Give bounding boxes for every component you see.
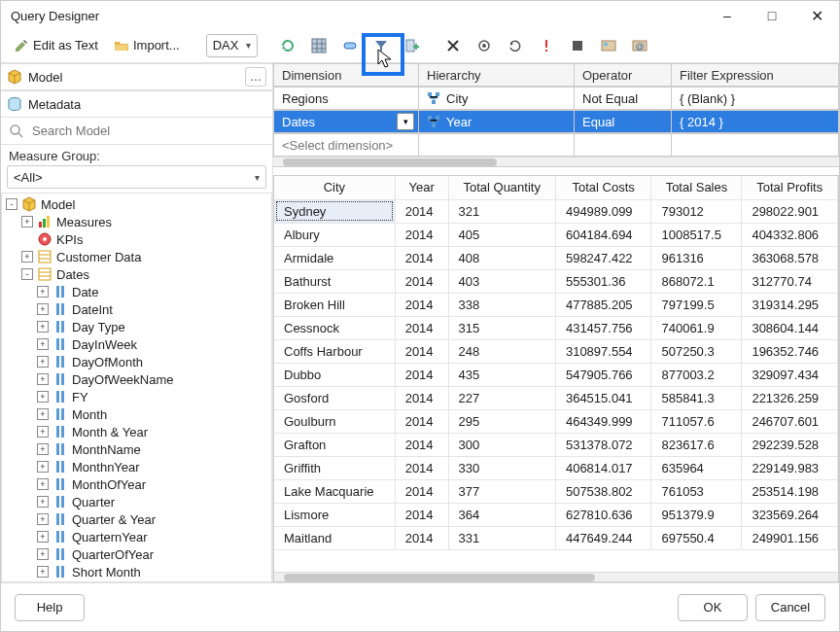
data-column-header[interactable]: Total Quantity	[448, 176, 555, 199]
toolbar-add-member-button[interactable]	[400, 35, 425, 56]
expand-icon[interactable]: +	[37, 321, 49, 333]
tree-date-column[interactable]: +DayOfMonth	[2, 353, 271, 370]
tree-kpis[interactable]: KPIs	[2, 230, 271, 248]
expand-icon[interactable]: +	[37, 373, 49, 385]
table-row[interactable]: Armidale2014408598247.422961316363068.57…	[274, 246, 838, 269]
expand-icon[interactable]: +	[37, 461, 49, 473]
tree-customer-data[interactable]: +Customer Data	[2, 248, 271, 265]
filter-row[interactable]: Regions City Not Equal { (Blank) }	[273, 87, 839, 110]
tree-date-column[interactable]: +Day Type	[2, 318, 271, 335]
table-row[interactable]: Cessnock2014315431457.756740061.9308604.…	[274, 316, 838, 339]
table-row[interactable]: Broken Hill2014338477885.205797199.53193…	[274, 293, 838, 316]
table-row[interactable]: Grafton2014300531378.072823617.6292239.5…	[274, 433, 838, 456]
expand-icon[interactable]: +	[37, 303, 49, 315]
import-button[interactable]: Import...	[109, 35, 185, 56]
edit-as-text-button[interactable]: Edit as Text	[9, 35, 103, 56]
filter-dimension-cell[interactable]: Dates ▾	[273, 110, 419, 133]
tree-date-column[interactable]: +FY	[2, 388, 271, 405]
expand-icon[interactable]: +	[37, 443, 49, 455]
toolbar-delete-button[interactable]	[440, 35, 466, 56]
expand-icon[interactable]: +	[37, 548, 49, 560]
data-column-header[interactable]: Total Costs	[555, 176, 651, 199]
tree-date-column[interactable]: +Quarter & Year	[2, 510, 271, 528]
filter-operator-cell[interactable]: Equal	[575, 110, 672, 133]
data-column-header[interactable]: Year	[395, 176, 448, 199]
tree-date-column[interactable]: +Date	[2, 283, 271, 300]
table-row[interactable]: Bathurst2014403555301.36868072.1312770.7…	[274, 269, 838, 293]
toolbar-query-button[interactable]: @	[627, 35, 652, 56]
expand-icon[interactable]: +	[21, 251, 33, 263]
tree-date-column[interactable]: +QuarternYear	[2, 528, 271, 545]
table-row[interactable]: Dubbo2014435547905.766877003.2329097.434	[274, 363, 838, 386]
expand-icon[interactable]: +	[37, 566, 49, 578]
close-button[interactable]: ✕	[794, 1, 839, 30]
table-row[interactable]: Gosford2014227364515.041585841.3221326.2…	[274, 386, 838, 409]
table-row[interactable]: Lake Macquarie2014377507538.802761053253…	[274, 479, 838, 503]
table-row[interactable]: Griffith2014330406814.017635964229149.98…	[274, 456, 838, 479]
tree-date-column[interactable]: +DayOfWeekName	[2, 370, 271, 388]
expand-icon[interactable]: +	[37, 496, 49, 508]
tree-measures[interactable]: +Measures	[2, 213, 271, 230]
expand-icon[interactable]: +	[37, 408, 49, 420]
select-dimension-placeholder[interactable]: <Select dimension>	[273, 133, 419, 157]
expand-icon[interactable]: +	[37, 391, 49, 403]
tree-date-column[interactable]: +Month	[2, 405, 271, 423]
toolbar-stop-button[interactable]	[565, 35, 590, 56]
model-browse-button[interactable]: …	[245, 67, 266, 87]
filter-operator-cell[interactable]: Not Equal	[575, 87, 672, 110]
toolbar-cycle-button[interactable]	[503, 35, 528, 56]
toolbar-design-button[interactable]	[596, 35, 621, 56]
tree-date-column[interactable]: +DateInt	[2, 300, 271, 318]
data-grid-scroll[interactable]: CityYearTotal QuantityTotal CostsTotal S…	[274, 176, 838, 572]
metadata-tree[interactable]: -Model+MeasuresKPIs+Customer Data-Dates+…	[1, 193, 272, 582]
table-row[interactable]: Goulburn2014295464349.999711057.6246707.…	[274, 409, 838, 433]
tree-date-column[interactable]: +MonthName	[2, 440, 271, 458]
minimize-button[interactable]: –	[705, 1, 750, 30]
expand-icon[interactable]: +	[21, 216, 33, 228]
data-column-header[interactable]: Total Profits	[742, 176, 838, 199]
collapse-icon[interactable]: -	[21, 268, 33, 280]
model-panel-header[interactable]: Model …	[1, 63, 272, 90]
filter-hierarchy-cell[interactable]: Year	[419, 110, 575, 133]
filter-hierarchy-cell[interactable]: City	[419, 87, 575, 110]
search-input[interactable]	[30, 123, 264, 139]
tree-date-column[interactable]: +Quarter	[2, 493, 271, 510]
filter-expression-cell[interactable]: { (Blank) }	[672, 87, 839, 110]
expand-icon[interactable]: +	[37, 513, 49, 525]
data-column-header[interactable]: City	[274, 176, 395, 199]
metadata-panel-header[interactable]: Metadata	[1, 90, 272, 118]
toolbar-execute-button[interactable]	[472, 35, 497, 56]
scroll-thumb[interactable]	[283, 158, 497, 166]
dimension-dropdown-button[interactable]: ▾	[397, 113, 414, 130]
tree-date-column[interactable]: +MonthOfYear	[2, 475, 271, 493]
tree-date-column[interactable]: +QuarterOfYear	[2, 545, 271, 563]
toolbar-toggle-a-button[interactable]	[337, 35, 363, 56]
data-hscroll[interactable]	[274, 572, 838, 581]
cancel-button[interactable]: Cancel	[755, 594, 825, 621]
language-select[interactable]: DAX ▾	[206, 34, 259, 57]
filter-expression-cell[interactable]: { 2014 }	[672, 110, 839, 133]
table-row[interactable]: Albury2014405604184.6941008517.5404332.8…	[274, 223, 838, 246]
tree-date-column[interactable]: +Month & Year	[2, 423, 271, 440]
table-row[interactable]: Maitland2014331447649.244697550.4249901.…	[274, 526, 838, 549]
expand-icon[interactable]: +	[37, 338, 49, 350]
expand-icon[interactable]: +	[37, 531, 49, 543]
maximize-button[interactable]: □	[750, 1, 794, 30]
table-row[interactable]: Coffs Harbour2014248310897.554507250.319…	[274, 339, 838, 363]
ok-button[interactable]: OK	[678, 594, 748, 621]
measure-group-select[interactable]: <All> ▾	[7, 165, 266, 189]
table-row[interactable]: Sydney2014321494989.099793012298022.901	[274, 199, 838, 223]
toolbar-filter-button[interactable]	[368, 35, 394, 56]
data-column-header[interactable]: Total Sales	[651, 176, 742, 199]
tree-date-column[interactable]: +Short Month	[2, 563, 271, 580]
expand-icon[interactable]: +	[37, 478, 49, 490]
table-row[interactable]: Lismore2014364627810.636951379.9323569.2…	[274, 503, 838, 526]
expand-icon[interactable]: +	[37, 426, 49, 438]
tree-dates[interactable]: -Dates	[2, 265, 271, 283]
expand-icon[interactable]: +	[37, 356, 49, 368]
filter-row-selected[interactable]: Dates ▾ Year Equal { 2014 }	[273, 110, 839, 133]
help-button[interactable]: Help	[15, 594, 85, 621]
filter-new-row[interactable]: <Select dimension>	[273, 133, 839, 157]
collapse-icon[interactable]: -	[6, 198, 18, 210]
tree-model-root[interactable]: -Model	[2, 195, 271, 213]
